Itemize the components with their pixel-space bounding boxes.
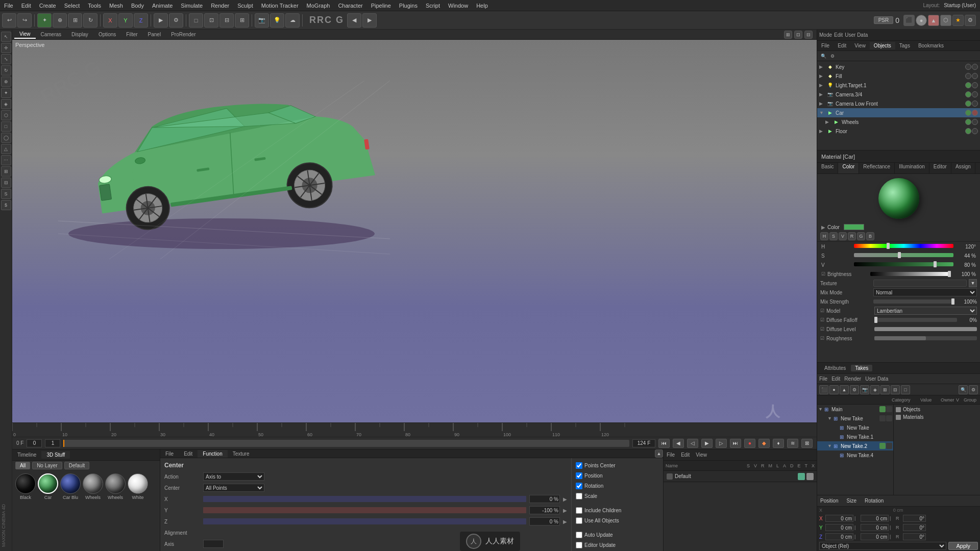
take-dot-take2-1[interactable] (879, 443, 886, 449)
obj-key[interactable]: ▶ ◆ Key (817, 62, 980, 71)
x-input[interactable] (529, 495, 560, 503)
render-icon-4[interactable]: ⬡ (940, 15, 951, 26)
coord-y-size[interactable] (861, 524, 889, 531)
coord-object-select[interactable]: Object (Rel) (819, 542, 946, 550)
v-slider[interactable] (854, 262, 953, 267)
takes-settings[interactable]: ⚙ (969, 385, 978, 394)
takes-tool-3[interactable]: ▲ (840, 385, 849, 394)
take-new-take1[interactable]: ⊞ New Take.1 (817, 432, 893, 441)
live-selection-button[interactable]: ✦ (37, 13, 52, 28)
obj-filter-button[interactable]: ⚙ (828, 52, 837, 60)
obj-floor[interactable]: ▶ ▶ Floor (817, 127, 980, 136)
viewport-icon-1[interactable]: ⊞ (784, 31, 792, 39)
tab-panel[interactable]: Panel (143, 31, 166, 38)
sky-button[interactable]: ☁ (285, 13, 300, 28)
rotate-tool[interactable]: ↻ (1, 65, 11, 76)
menu-sculpt[interactable]: Sculpt (233, 2, 257, 10)
mode-tab[interactable]: Mode (819, 32, 832, 38)
tab-display[interactable]: Display (66, 31, 93, 38)
menu-create[interactable]: Create (35, 2, 60, 10)
obj-dot-wheels-2[interactable] (972, 119, 978, 125)
mat-tab-illumination[interactable]: Illumination (895, 163, 929, 173)
obj-tab-edit[interactable]: Edit (834, 42, 850, 49)
scale-button[interactable]: ⊞ (68, 13, 82, 28)
takes-tool-1[interactable]: ⬛ (819, 385, 828, 394)
obj-dot-cam34-2[interactable] (972, 91, 978, 97)
obj-wheels[interactable]: ▶ ▶ Wheels (817, 117, 980, 127)
obj-dot-cam34-1[interactable] (965, 91, 971, 97)
x-axis-button[interactable]: X (103, 13, 117, 28)
obj-tab-file[interactable]: File (817, 42, 834, 49)
color-tool-3[interactable]: V (839, 232, 847, 240)
mat-tab-editor[interactable]: Editor (929, 163, 951, 173)
menu-script[interactable]: Script (422, 2, 444, 10)
render-region-button[interactable]: ⊠ (801, 439, 813, 448)
play-reverse-button[interactable]: ◁ (687, 439, 698, 448)
timeline-ruler[interactable]: 0102030405060708090100110120 (12, 423, 817, 437)
tab-scene-file[interactable]: File (664, 451, 678, 459)
obj-camera-34[interactable]: ▶ 📷 Camera.3/4 (817, 90, 980, 99)
layout-value[interactable]: Startup (User) (944, 3, 976, 8)
mix-strength-slider[interactable] (873, 299, 954, 304)
obj-dot-car-2[interactable] (972, 110, 978, 116)
edit-tab[interactable]: Edit (834, 32, 843, 38)
nav-forward-button[interactable]: ▶ (362, 13, 377, 28)
render-settings-button[interactable]: ⚙ (169, 13, 183, 28)
category-materials-row[interactable]: Materials (895, 413, 979, 421)
obj-light-target[interactable]: ▶ 💡 Light.Target.1 (817, 81, 980, 90)
end-frame-input[interactable] (632, 439, 655, 447)
takes-tool-4[interactable]: ⚙ (850, 385, 859, 394)
obj-tab-tags[interactable]: Tags (895, 42, 914, 49)
tab-filter[interactable]: Filter (121, 31, 142, 38)
menu-window[interactable]: Window (444, 2, 472, 10)
take-dot-new1-1[interactable] (879, 415, 886, 421)
front-button[interactable]: ⊟ (219, 13, 234, 28)
perspective-button[interactable]: □ (189, 13, 203, 28)
y-input[interactable] (529, 506, 560, 514)
takes-tool-5[interactable]: 📷 (860, 385, 869, 394)
takes-tool-7[interactable]: ⊞ (880, 385, 890, 394)
tool7[interactable]: ◈ (1, 99, 11, 109)
color-tool-4[interactable]: R (848, 232, 856, 240)
default-scene-item[interactable]: Default (664, 471, 817, 482)
menu-body[interactable]: Body (127, 2, 148, 10)
obj-dot-fill-1[interactable] (965, 73, 971, 79)
tab-texture[interactable]: Texture (228, 450, 255, 458)
menu-simulate[interactable]: Simulate (177, 2, 207, 10)
h-slider[interactable] (854, 244, 953, 249)
take-new-sub1[interactable]: ⊞ New Take (817, 423, 893, 432)
tool13[interactable]: ⊞ (1, 166, 11, 177)
s-slider[interactable] (854, 253, 953, 258)
tab-edit[interactable]: Edit (179, 450, 198, 458)
rotation-checkbox[interactable] (576, 483, 582, 489)
scene-dot-1[interactable] (798, 473, 805, 480)
color-tool-6[interactable]: B (866, 232, 874, 240)
render-icon-5[interactable]: ★ (952, 15, 964, 26)
tool5[interactable]: ⊕ (1, 77, 11, 87)
auto-keyframe-button[interactable]: ◆ (758, 439, 770, 448)
current-frame-input[interactable] (45, 439, 60, 447)
obj-tab-objects[interactable]: Objects (870, 42, 895, 49)
color-tool-2[interactable]: S (829, 232, 838, 240)
obj-dot-light-1[interactable] (965, 82, 971, 88)
mat-tab-assign[interactable]: Assign (951, 163, 975, 173)
obj-dot-cam-low-1[interactable] (965, 101, 971, 107)
tab-prorender[interactable]: ProRender (166, 31, 201, 38)
obj-search-button[interactable]: 🔍 (819, 52, 827, 60)
coord-z-rot[interactable] (903, 533, 926, 540)
obj-dot-car-1[interactable] (965, 110, 971, 116)
menu-animate[interactable]: Animate (148, 2, 177, 10)
material-ball-car-blu[interactable] (60, 473, 81, 494)
apply-button[interactable]: Apply (948, 542, 978, 550)
tool8[interactable]: ⬡ (1, 110, 11, 120)
move-tool[interactable]: ✛ (1, 43, 11, 53)
tool10[interactable]: ◯ (1, 133, 11, 143)
material-ball-car[interactable] (38, 473, 58, 494)
scene-dot-2[interactable] (806, 473, 814, 480)
obj-dot-cam-low-2[interactable] (972, 101, 978, 107)
texture-button[interactable]: ▼ (969, 279, 977, 287)
scale-checkbox[interactable] (576, 493, 582, 499)
use-all-objects-checkbox[interactable] (576, 517, 582, 524)
filter-all[interactable]: All (15, 462, 30, 469)
take-main[interactable]: ▼ ⊞ Main (817, 405, 893, 414)
